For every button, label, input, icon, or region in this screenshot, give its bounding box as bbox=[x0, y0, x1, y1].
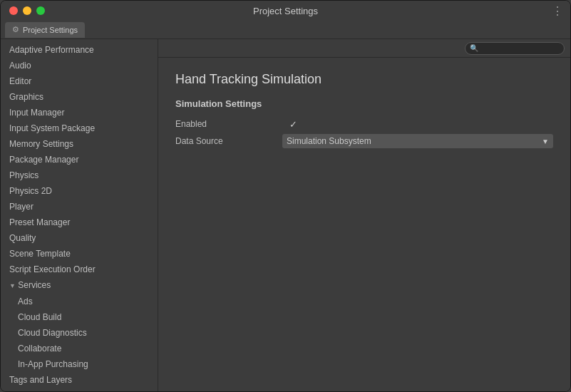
window-title: Project Settings bbox=[253, 6, 318, 16]
sidebar-item-quality[interactable]: Quality bbox=[1, 230, 158, 246]
dropdown-value: Simulation Subsystem bbox=[287, 136, 371, 146]
sidebar-item-input-manager[interactable]: Input Manager bbox=[1, 105, 158, 120]
dropdown-data-source[interactable]: Simulation Subsystem▼ bbox=[282, 134, 553, 148]
sidebar-item-script-execution-order[interactable]: Script Execution Order bbox=[1, 262, 158, 277]
close-button[interactable] bbox=[9, 6, 18, 15]
sidebar-item-input-system-package[interactable]: Input System Package bbox=[1, 120, 158, 136]
settings-value-1: Simulation Subsystem▼ bbox=[282, 134, 553, 148]
sidebar-item-services[interactable]: ▼ Services bbox=[1, 277, 158, 294]
sidebar-item-cloud-diagnostics[interactable]: Cloud Diagnostics bbox=[1, 325, 158, 341]
sidebar: Adaptive PerformanceAudioEditorGraphicsI… bbox=[1, 39, 158, 391]
section-title: Simulation Settings bbox=[175, 98, 553, 109]
right-panel: 🔍 Hand Tracking Simulation Simulation Se… bbox=[158, 39, 570, 391]
sidebar-item-physics-2d[interactable]: Physics 2D bbox=[1, 183, 158, 199]
window: Project Settings ⋮ ⚙ Project Settings Ad… bbox=[0, 0, 571, 392]
tab-bar: ⚙ Project Settings bbox=[1, 21, 570, 39]
dropdown-arrow-icon: ▼ bbox=[542, 138, 549, 145]
settings-row-1: Data SourceSimulation Subsystem▼ bbox=[175, 133, 553, 149]
search-bar: 🔍 bbox=[158, 39, 570, 58]
settings-label-0: Enabled bbox=[175, 119, 289, 129]
sidebar-item-ads[interactable]: Ads bbox=[1, 294, 158, 309]
sidebar-item-scene-template[interactable]: Scene Template bbox=[1, 246, 158, 262]
sidebar-item-adaptive-performance[interactable]: Adaptive Performance bbox=[1, 42, 158, 58]
sidebar-item-collaborate[interactable]: Collaborate bbox=[1, 341, 158, 356]
search-wrapper: 🔍 bbox=[465, 42, 565, 55]
search-input[interactable] bbox=[465, 42, 565, 55]
tab-label: Project Settings bbox=[23, 26, 78, 34]
settings-row-0: Enabled✓ bbox=[175, 116, 553, 132]
settings-value-0: ✓ bbox=[289, 119, 553, 130]
sidebar-item-graphics[interactable]: Graphics bbox=[1, 89, 158, 105]
sidebar-item-tags-and-layers[interactable]: Tags and Layers bbox=[1, 372, 158, 388]
title-bar: Project Settings ⋮ bbox=[1, 1, 570, 21]
content-panel: Hand Tracking Simulation Simulation Sett… bbox=[158, 58, 570, 391]
panel-title: Hand Tracking Simulation bbox=[175, 72, 553, 87]
sidebar-item-textmesh-pro[interactable]: TextMesh Pro bbox=[1, 388, 158, 391]
sidebar-item-cloud-build[interactable]: Cloud Build bbox=[1, 309, 158, 325]
sidebar-item-player[interactable]: Player bbox=[1, 199, 158, 215]
settings-label-1: Data Source bbox=[175, 136, 282, 146]
sidebar-item-editor[interactable]: Editor bbox=[1, 73, 158, 89]
sidebar-item-audio[interactable]: Audio bbox=[1, 58, 158, 73]
sidebar-item-physics[interactable]: Physics bbox=[1, 167, 158, 183]
search-icon: 🔍 bbox=[470, 44, 478, 52]
gear-icon: ⚙ bbox=[12, 25, 19, 34]
settings-table: Enabled✓Data SourceSimulation Subsystem▼ bbox=[175, 116, 553, 149]
minimize-button[interactable] bbox=[23, 6, 31, 15]
main-content: Adaptive PerformanceAudioEditorGraphicsI… bbox=[1, 39, 570, 391]
menu-dots[interactable]: ⋮ bbox=[552, 4, 563, 18]
window-controls bbox=[9, 6, 45, 15]
sidebar-item-preset-manager[interactable]: Preset Manager bbox=[1, 215, 158, 230]
sidebar-item-in-app-purchasing[interactable]: In-App Purchasing bbox=[1, 356, 158, 372]
maximize-button[interactable] bbox=[36, 6, 45, 15]
triangle-icon: ▼ bbox=[9, 279, 16, 292]
checkbox-enabled[interactable]: ✓ bbox=[289, 119, 297, 130]
tab-project-settings[interactable]: ⚙ Project Settings bbox=[5, 22, 85, 38]
sidebar-item-package-manager[interactable]: Package Manager bbox=[1, 152, 158, 167]
sidebar-item-memory-settings[interactable]: Memory Settings bbox=[1, 136, 158, 152]
